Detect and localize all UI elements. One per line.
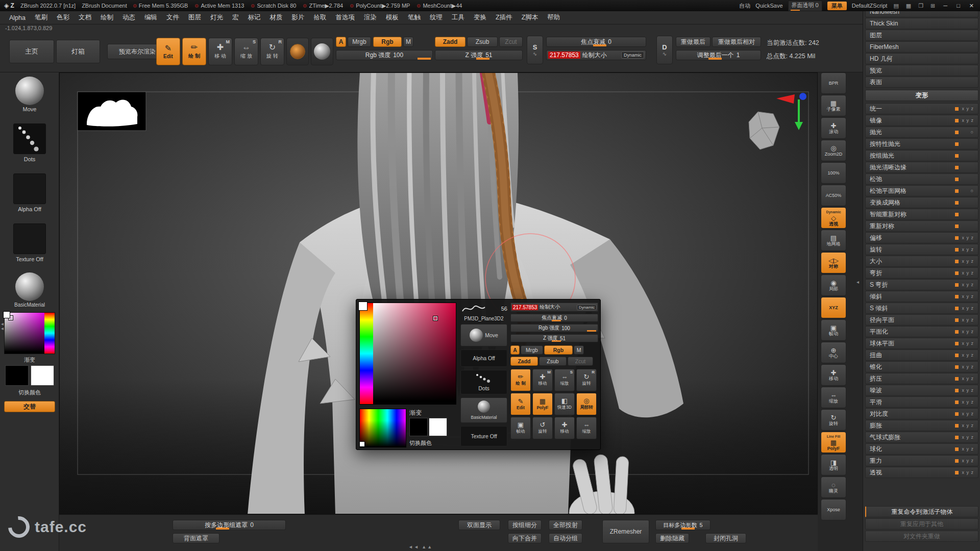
minimize-button[interactable]: ─ <box>941 3 949 9</box>
popup-tool-button[interactable]: R ↻ 旋转 <box>576 369 597 391</box>
axis-toggle-icon[interactable] <box>955 283 959 287</box>
target-polygon-slider[interactable]: 目标多边形数5 <box>655 520 710 530</box>
shelf-button[interactable]: ⊕ 中心 <box>821 342 846 363</box>
delete-hidden-button[interactable]: 删除隐藏 <box>655 533 689 543</box>
shelf-button[interactable]: Line Fill ▦ PolyF <box>821 432 846 453</box>
popup-dynamic-button[interactable]: Dynamic <box>577 305 597 310</box>
zsub-button[interactable]: Zsub <box>467 37 498 47</box>
popup-mrgb-button[interactable]: Mrgb <box>521 345 543 355</box>
deformation-slider[interactable]: S 弯折 x y z <box>865 279 978 290</box>
brush-preview[interactable] <box>286 38 309 65</box>
tool-section-header[interactable]: HD 几何 <box>865 53 978 64</box>
double-sided-button[interactable]: 双面显示 <box>458 520 500 530</box>
popup-rgb-intensity-slider[interactable]: Rgb 强度100 <box>510 324 598 332</box>
subdivide-by-group-button[interactable]: 按组细分 <box>508 520 542 530</box>
repeat-action-button[interactable]: 对文件夹重做 <box>865 531 978 542</box>
deformation-slider[interactable]: 镜像 x y z <box>865 115 978 126</box>
deformation-slider[interactable]: 旋转 x y z <box>865 244 978 255</box>
menu-item[interactable]: 渲染 <box>360 12 381 23</box>
m-button[interactable]: M <box>403 37 413 47</box>
color-picker[interactable] <box>4 312 55 354</box>
main-color-swatch[interactable] <box>5 365 29 386</box>
saturation-value-area[interactable] <box>5 313 44 354</box>
shelf-button[interactable]: ▤ 地网格 <box>821 230 846 251</box>
popup-sv-area[interactable] <box>373 303 456 404</box>
popup-a-button[interactable]: A <box>510 345 520 355</box>
axis-toggle-icon[interactable] <box>955 412 959 416</box>
menu-item[interactable]: 模板 <box>382 12 403 23</box>
popup-texture-button[interactable]: Texture Off <box>460 426 507 446</box>
shelf-button[interactable]: ◌ 幽灵 <box>821 477 846 498</box>
deformation-slider[interactable]: 智能重新对称 <box>865 209 978 220</box>
menu-item[interactable]: 宏 <box>228 12 243 23</box>
menu-item[interactable]: 文件 <box>162 12 183 23</box>
axis-toggle-icon[interactable] <box>955 447 959 451</box>
dynamic-curve-icon[interactable]: D∿ <box>656 36 673 64</box>
deformation-slider[interactable]: 气球式膨胀 x y z <box>865 432 978 443</box>
popup-tool-button[interactable]: ✚ 移动 <box>554 417 575 439</box>
alternate-button[interactable]: 交替 <box>4 401 55 412</box>
popup-tool-button[interactable]: ✎ Edit <box>510 393 531 415</box>
deformation-slider[interactable]: S 倾斜 x y z <box>865 303 978 314</box>
axis-toggle-icon[interactable] <box>955 248 959 252</box>
deformation-slider[interactable]: 球体平面 x y z <box>865 338 978 349</box>
axis-toggle-icon[interactable] <box>955 377 959 381</box>
deformation-slider[interactable]: 统一 x y z <box>865 103 978 114</box>
popup-tool-button[interactable]: ✏ 绘 制 <box>510 369 531 391</box>
menu-item[interactable]: 图层 <box>184 12 205 23</box>
shelf-button[interactable]: Xpose <box>821 499 846 520</box>
popup-z-intensity-slider[interactable]: Z 强度51 <box>510 334 598 342</box>
deformation-slider[interactable]: 大小 x y z <box>865 256 978 267</box>
menu-item[interactable]: 灯光 <box>206 12 227 23</box>
popup-tool-button[interactable]: M ✚ 移动 <box>532 369 553 391</box>
lightbox-button[interactable]: 灯箱 <box>56 40 100 63</box>
home-button[interactable]: 主页 <box>9 40 54 63</box>
menu-item[interactable]: 帮助 <box>543 12 564 23</box>
axis-toggle-icon[interactable] <box>955 318 959 322</box>
deformation-slider[interactable]: 挤压 x y z <box>865 373 978 384</box>
shelf-button[interactable]: ◁▷ 对称 <box>821 252 846 273</box>
axis-toggle-icon[interactable] <box>955 107 959 111</box>
popup-main-color-swatch[interactable] <box>409 418 428 436</box>
menu-item[interactable]: 动态 <box>118 12 139 23</box>
popup-hue-strip[interactable] <box>360 303 373 404</box>
stroke-type-button[interactable] <box>13 123 46 154</box>
deformation-slider[interactable]: 噪波 x y z <box>865 385 978 396</box>
deformation-slider[interactable]: 偏移 x y z <box>865 232 978 243</box>
deformation-slider[interactable]: 对比度 x y z <box>865 408 978 419</box>
redo-last-relative-button[interactable]: 重做最后相对 <box>712 37 761 47</box>
popup-brush-button[interactable]: Move <box>460 324 507 346</box>
popup-secondary-color-swatch[interactable] <box>429 418 447 436</box>
shelf-button[interactable]: ◉ 局部 <box>821 274 846 296</box>
menu-item[interactable]: Z脚本 <box>518 12 543 23</box>
menu-item[interactable]: 绘制 <box>96 12 117 23</box>
redo-last-button[interactable]: 重做最后 <box>676 37 710 47</box>
menu-item[interactable]: 编辑 <box>140 12 161 23</box>
axis-toggle-icon[interactable] <box>955 342 959 345</box>
zadd-button[interactable]: Zadd <box>435 37 465 47</box>
left-tray-handle[interactable]: ◂◂ <box>1 321 4 331</box>
merge-down-button[interactable]: 向下合并 <box>508 533 542 543</box>
axis-toggle-icon[interactable] <box>955 471 959 474</box>
shelf-button[interactable]: ▣ 帧动 <box>821 319 846 341</box>
axis-toggle-icon[interactable] <box>955 307 959 310</box>
popup-alpha-button[interactable]: Alpha Off <box>460 349 507 367</box>
deformation-slider[interactable]: 径向平面 x y z <box>865 314 978 325</box>
auto-button[interactable]: 自动 <box>739 2 750 10</box>
repeat-action-button[interactable]: 重复应用于其他 <box>865 518 978 530</box>
menu-item[interactable]: 工具 <box>448 12 469 23</box>
axis-toggle-icon[interactable] <box>955 365 959 369</box>
maximize-button[interactable]: □ <box>954 3 962 9</box>
popup-zcut-button[interactable]: Zcut <box>568 357 593 366</box>
material-preview[interactable] <box>311 38 333 65</box>
axis-toggle-icon[interactable] <box>955 178 959 181</box>
auto-group-button[interactable]: 自动分组 <box>549 533 582 543</box>
popup-tool-button[interactable]: ◧ 快速3D <box>554 393 575 415</box>
rgb-intensity-slider[interactable]: Rgb 强度100 <box>336 50 433 60</box>
secondary-color-swatch[interactable] <box>31 365 54 386</box>
focal-shift-slider[interactable]: 焦点衰减0 <box>546 37 646 47</box>
deformation-slider[interactable]: 倾斜 x y z <box>865 291 978 302</box>
popup-rgb-button[interactable]: Rgb <box>544 345 573 355</box>
popup-m-button[interactable]: M <box>574 345 584 355</box>
axis-toggle-icon[interactable] <box>955 131 959 134</box>
